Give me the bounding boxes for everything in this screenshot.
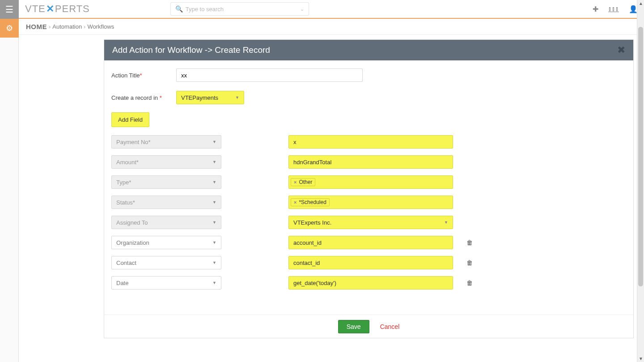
breadcrumb: HOME › Automation › Workflows [19,19,644,35]
field-name-select[interactable]: Payment No*▼ [111,135,221,149]
action-title-input[interactable] [176,68,363,82]
field-row: Organization▼🗑 [111,236,626,249]
field-value-input[interactable] [288,135,453,149]
field-row: Contact▼🗑 [111,256,626,269]
field-value-input[interactable] [288,276,453,290]
field-name-select[interactable]: Contact▼ [111,256,221,269]
chart-icon[interactable]: ⫾⫾⫾ [608,5,619,13]
caret-icon: ▼ [212,220,216,225]
caret-icon: ▼ [212,160,216,164]
hamburger-menu[interactable]: ☰ [0,0,19,19]
panel-title: Add Action for Workflow -> Create Record [112,45,270,55]
panel-header: Add Action for Workflow -> Create Record… [104,40,633,60]
field-label: Type* [116,179,131,186]
field-name-select[interactable]: Organization▼ [111,236,221,249]
trash-icon[interactable]: 🗑 [466,279,473,286]
search-input[interactable] [186,6,300,13]
scroll-up-icon[interactable]: ▲ [639,1,643,6]
field-value-input[interactable] [288,236,453,249]
field-value-select[interactable]: VTExperts Inc.▼ [288,216,453,229]
caret-icon: ▼ [444,220,448,225]
field-label: Payment No* [116,139,151,145]
field-value-input[interactable] [288,256,453,269]
topbar: VTE✕PERTS 🔍 ⌄ ✚ ⫾⫾⫾ 👤 [19,0,644,19]
breadcrumb-automation[interactable]: Automation [52,23,82,30]
field-name-select[interactable]: Date▼ [111,276,221,290]
tag[interactable]: ×Other [291,178,315,186]
logo: VTE✕PERTS [25,3,90,15]
field-label: Contact [116,260,136,266]
caret-icon: ▼ [212,240,216,245]
field-label: Date [116,280,128,286]
chevron-right-icon: › [84,23,85,30]
caret-icon: ▼ [212,200,216,204]
save-button[interactable]: Save [338,320,369,333]
menu-icon: ☰ [5,4,13,15]
field-row: Amount*▼ [111,155,626,169]
scroll-down-icon[interactable]: ▼ [639,356,643,361]
tag-remove-icon[interactable]: × [294,179,297,185]
close-icon[interactable]: ✖ [617,44,625,56]
caret-icon: ▼ [212,140,216,144]
tag-remove-icon[interactable]: × [294,200,297,205]
field-value-tagbox[interactable]: ×*Scheduled [288,196,453,209]
panel: Add Action for Workflow -> Create Record… [104,39,634,338]
scrollbar-thumb[interactable] [638,27,643,286]
tag-label: *Scheduled [299,199,326,205]
user-icon[interactable]: 👤 [629,5,638,13]
breadcrumb-workflows[interactable]: Workflows [87,23,114,30]
tag[interactable]: ×*Scheduled [291,198,330,206]
field-row: Date▼🗑 [111,276,626,290]
create-in-select[interactable]: VTEPayments ▼ [176,91,244,104]
search-box[interactable]: 🔍 ⌄ [170,2,309,16]
field-name-select[interactable]: Status*▼ [111,196,221,209]
field-row: Status*▼×*Scheduled [111,196,626,209]
field-name-select[interactable]: Amount*▼ [111,155,221,169]
action-title-label: Action Title* [111,72,176,79]
chevron-right-icon: › [49,23,51,30]
add-icon[interactable]: ✚ [593,5,598,13]
field-row: Payment No*▼ [111,135,626,149]
trash-icon[interactable]: 🗑 [466,239,473,246]
add-field-button[interactable]: Add Field [111,112,149,127]
breadcrumb-home[interactable]: HOME [26,23,47,30]
chevron-down-icon[interactable]: ⌄ [300,6,304,12]
caret-icon: ▼ [212,281,216,285]
field-value-tagbox[interactable]: ×Other [288,175,453,189]
field-label: Amount* [116,159,139,166]
field-value-input[interactable] [288,155,453,169]
field-name-select[interactable]: Type*▼ [111,175,221,189]
settings-button[interactable]: ⚙ [0,19,19,38]
caret-icon: ▼ [212,180,216,184]
gear-icon: ⚙ [6,23,13,33]
select-value: VTExperts Inc. [293,219,331,226]
panel-footer: Save Cancel [104,315,633,338]
caret-icon: ▼ [235,95,239,100]
field-row: Type*▼×Other [111,175,626,189]
scrollbar[interactable]: ▲ ▼ [637,0,644,362]
field-row: Assigned To▼VTExperts Inc.▼ [111,216,626,229]
field-label: Status* [116,199,135,206]
field-grid: Payment No*▼Amount*▼Type*▼×OtherStatus*▼… [111,135,626,290]
field-label: Assigned To [116,219,148,226]
field-label: Organization [116,239,149,246]
field-name-select[interactable]: Assigned To▼ [111,216,221,229]
tag-label: Other [299,179,312,185]
trash-icon[interactable]: 🗑 [466,259,473,266]
caret-icon: ▼ [212,260,216,265]
search-icon: 🔍 [175,5,183,13]
left-rail: ☰ ⚙ [0,0,19,362]
cancel-button[interactable]: Cancel [380,323,400,330]
create-in-label: Create a record in * [111,94,176,101]
